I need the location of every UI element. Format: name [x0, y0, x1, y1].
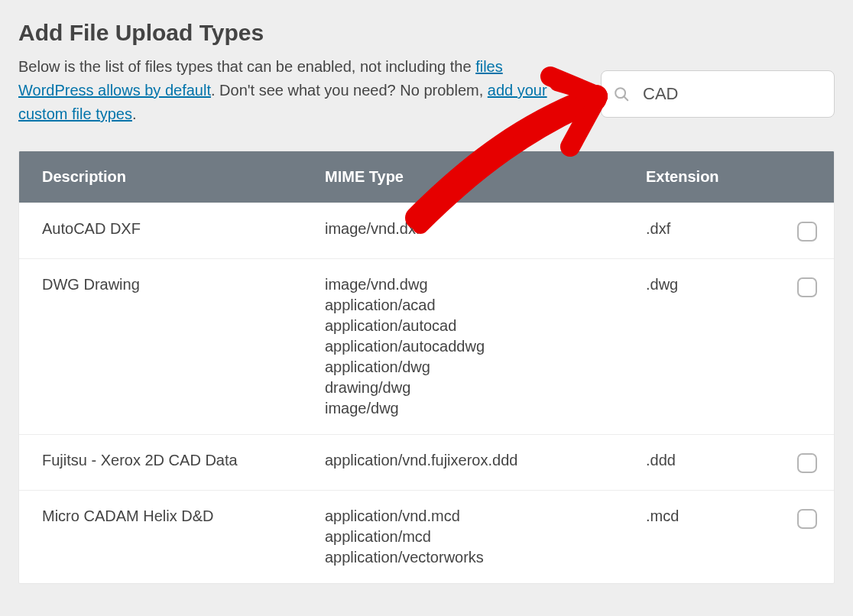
row-mime: image/vnd.dxf: [325, 220, 646, 238]
search-icon: [613, 86, 630, 102]
enable-checkbox[interactable]: [797, 277, 817, 297]
page-title: Add File Upload Types: [18, 20, 553, 46]
row-mime: application/vnd.mcdapplication/mcdapplic…: [325, 507, 646, 566]
row-description: DWG Drawing: [42, 276, 325, 293]
mime-value: image/dwg: [325, 400, 646, 417]
enable-checkbox[interactable]: [797, 509, 817, 529]
row-description: Micro CADAM Helix D&D: [42, 507, 325, 525]
subtitle-text: . Don't see what you need? No problem,: [211, 82, 488, 99]
mime-value: application/autocad: [325, 317, 646, 335]
enable-checkbox[interactable]: [797, 453, 817, 473]
row-extension: .mcd: [646, 507, 787, 525]
search-wrap: [601, 70, 835, 118]
page-subtitle: Below is the list of files types that ca…: [18, 55, 553, 126]
mime-value: application/vectorworks: [325, 549, 646, 566]
mime-value: image/vnd.dwg: [325, 276, 646, 293]
col-header-extension: Extension: [646, 168, 787, 186]
table-row: Fujitsu - Xerox 2D CAD Dataapplication/v…: [19, 434, 834, 490]
subtitle-text: .: [132, 105, 137, 122]
row-mime: image/vnd.dwgapplication/acadapplication…: [325, 276, 646, 417]
row-mime: application/vnd.fujixerox.ddd: [325, 452, 646, 469]
mime-value: drawing/dwg: [325, 379, 646, 397]
mime-value: image/vnd.dxf: [325, 220, 646, 238]
mime-value: application/mcd: [325, 528, 646, 546]
mime-value: application/acad: [325, 297, 646, 314]
table-row: AutoCAD DXFimage/vnd.dxf.dxf: [19, 203, 834, 258]
subtitle-text: Below is the list of files types that ca…: [18, 58, 475, 75]
col-header-description: Description: [42, 168, 325, 186]
row-extension: .ddd: [646, 452, 787, 469]
mime-value: application/vnd.mcd: [325, 507, 646, 525]
col-header-mime: MIME Type: [325, 168, 646, 186]
mime-value: application/vnd.fujixerox.ddd: [325, 452, 646, 469]
table-row: Micro CADAM Helix D&Dapplication/vnd.mcd…: [19, 490, 834, 583]
table-header: Description MIME Type Extension: [19, 151, 834, 203]
row-description: AutoCAD DXF: [42, 220, 325, 238]
search-input[interactable]: [601, 70, 835, 118]
file-types-table: Description MIME Type Extension AutoCAD …: [18, 151, 835, 584]
mime-value: application/dwg: [325, 358, 646, 376]
row-description: Fujitsu - Xerox 2D CAD Data: [42, 452, 325, 469]
row-extension: .dwg: [646, 276, 787, 293]
enable-checkbox[interactable]: [797, 222, 817, 242]
table-row: DWG Drawingimage/vnd.dwgapplication/acad…: [19, 258, 834, 434]
mime-value: application/autocaddwg: [325, 338, 646, 355]
row-extension: .dxf: [646, 220, 787, 238]
svg-line-1: [624, 96, 628, 100]
